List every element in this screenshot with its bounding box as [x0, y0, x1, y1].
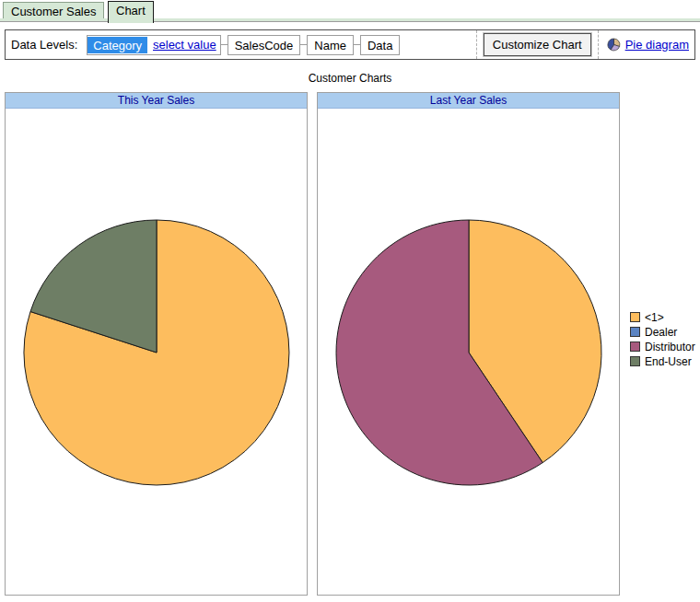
legend-label: <1>	[645, 311, 664, 324]
legend-swatch	[630, 312, 640, 322]
level-connector	[354, 44, 360, 45]
level-connector	[300, 44, 307, 45]
data-level-button[interactable]: Data	[360, 35, 400, 55]
pie-diagram-link[interactable]: Pie diagram	[625, 38, 689, 52]
legend-item: Dealer	[630, 325, 695, 339]
legend-label: Distributor	[645, 341, 695, 353]
level-connector	[221, 44, 228, 45]
chart-area-title: Customer Charts	[0, 72, 700, 85]
legend-swatch	[630, 327, 640, 337]
data-levels-label: Data Levels:	[11, 38, 77, 52]
toolbar-separator	[598, 30, 599, 59]
toolbar: Data Levels: Category select value Sales…	[5, 29, 695, 60]
customize-chart-button[interactable]: Customize Chart	[484, 33, 591, 56]
legend-label: End-User	[645, 355, 692, 368]
legend: <1>DealerDistributorEnd-User	[630, 310, 695, 369]
toolbar-separator	[476, 30, 477, 59]
tab-strip-band	[0, 18, 700, 22]
pie-chart-last-year	[318, 109, 619, 595]
legend-swatch	[630, 356, 640, 366]
select-value-link[interactable]: select value	[153, 38, 216, 52]
legend-item: Distributor	[630, 340, 695, 353]
chart-panel-last-year: Last Year Sales	[317, 92, 620, 596]
pie-diagram-icon	[607, 38, 621, 52]
name-level-button[interactable]: Name	[307, 35, 354, 55]
tab-strip: Customer Sales Chart	[0, 0, 700, 23]
pie-chart-this-year	[6, 109, 307, 595]
chart-panel-this-year: This Year Sales	[5, 92, 308, 596]
tab-chart[interactable]: Chart	[108, 1, 154, 23]
legend-label: Dealer	[645, 326, 677, 339]
panel-header-this-year: This Year Sales	[6, 93, 307, 109]
category-level-group: Category select value	[87, 35, 220, 55]
salescode-level-button[interactable]: SalesCode	[228, 35, 301, 55]
tab-customer-sales[interactable]: Customer Sales	[3, 2, 104, 19]
legend-item: End-User	[630, 354, 695, 368]
panel-header-last-year: Last Year Sales	[318, 93, 619, 109]
legend-swatch	[630, 342, 640, 352]
category-level-button[interactable]: Category	[88, 37, 147, 53]
legend-item: <1>	[630, 310, 695, 324]
